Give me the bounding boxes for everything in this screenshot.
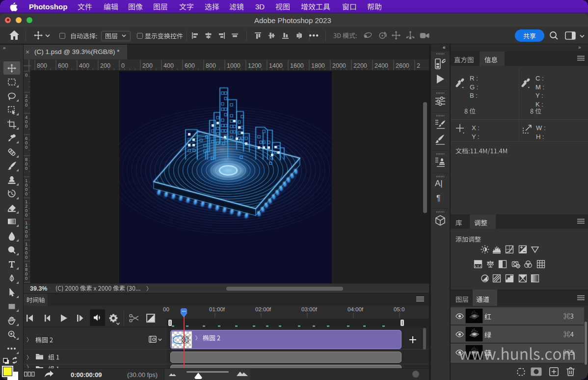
svg-text:0: 0: [25, 212, 27, 217]
svg-text:1800: 1800: [311, 62, 325, 69]
svg-text:0: 0: [25, 144, 27, 150]
svg-text:600: 600: [58, 62, 68, 69]
svg-text:1600: 1600: [290, 62, 304, 69]
svg-text:2400: 2400: [374, 62, 388, 69]
svg-text:04:00f: 04:00f: [347, 306, 364, 312]
svg-text:800: 800: [37, 62, 47, 69]
svg-text:00: 00: [163, 306, 169, 312]
svg-text:1200: 1200: [248, 62, 262, 69]
svg-text:1000: 1000: [227, 62, 241, 69]
svg-text:200: 200: [100, 62, 110, 69]
svg-text:0: 0: [25, 123, 27, 129]
svg-text:400: 400: [163, 62, 174, 69]
svg-text:03:00f: 03:00f: [301, 306, 318, 312]
svg-text:0: 0: [25, 275, 27, 281]
svg-text:800: 800: [206, 62, 216, 69]
svg-text:0: 0: [25, 165, 27, 171]
svg-text:0: 0: [25, 191, 27, 196]
svg-text:2000: 2000: [332, 62, 346, 69]
svg-text:200: 200: [142, 62, 153, 69]
svg-text:2600: 2600: [396, 62, 409, 69]
svg-text:2200: 2200: [353, 62, 367, 69]
svg-text:0: 0: [25, 102, 27, 108]
svg-text:400: 400: [79, 62, 89, 69]
svg-text:0: 0: [25, 233, 27, 239]
svg-text:01:00f: 01:00f: [209, 306, 225, 312]
svg-text:0: 0: [121, 62, 125, 69]
svg-text:0: 0: [25, 72, 27, 78]
svg-text:0: 0: [25, 254, 27, 260]
svg-text:600: 600: [185, 62, 195, 69]
svg-text:2: 2: [417, 62, 420, 69]
svg-text:02:00f: 02:00f: [255, 306, 271, 312]
svg-text:1400: 1400: [269, 62, 283, 69]
svg-text:05:0: 05:0: [394, 306, 404, 312]
